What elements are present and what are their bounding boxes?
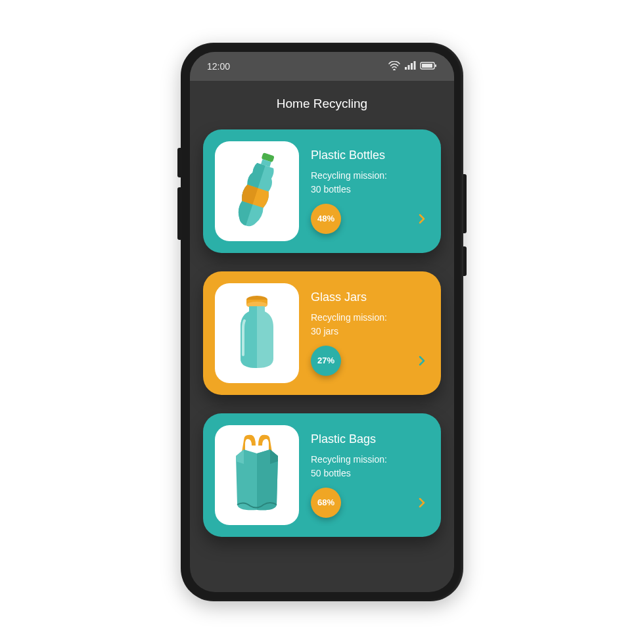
card-subtitle: Recycling mission: 30 jars bbox=[311, 311, 428, 338]
card-footer: 68% bbox=[311, 488, 428, 518]
bottle-icon bbox=[215, 141, 299, 241]
card-list: Plastic Bottles Recycling mission: 30 bo… bbox=[190, 129, 454, 537]
card-title: Plastic Bags bbox=[311, 432, 428, 446]
card-title: Plastic Bottles bbox=[311, 149, 428, 162]
card-footer: 27% bbox=[311, 346, 428, 376]
card-body: Plastic Bottles Recycling mission: 30 bo… bbox=[311, 149, 428, 234]
card-footer: 48% bbox=[311, 204, 428, 234]
svg-rect-5 bbox=[435, 64, 436, 67]
bag-icon bbox=[215, 425, 299, 525]
svg-rect-6 bbox=[422, 64, 432, 68]
card-subtitle: Recycling mission: 50 bottles bbox=[311, 453, 428, 480]
card-plastic-bottles[interactable]: Plastic Bottles Recycling mission: 30 bo… bbox=[203, 129, 441, 253]
card-plastic-bags[interactable]: Plastic Bags Recycling mission: 50 bottl… bbox=[203, 413, 441, 537]
card-body: Glass Jars Recycling mission: 30 jars 27… bbox=[311, 290, 428, 376]
svg-rect-3 bbox=[414, 61, 416, 70]
status-icons bbox=[388, 61, 437, 72]
status-bar: 12:00 bbox=[190, 52, 454, 81]
side-button[interactable] bbox=[463, 246, 467, 276]
svg-rect-0 bbox=[405, 67, 407, 70]
battery-icon bbox=[420, 61, 437, 72]
power-button[interactable] bbox=[463, 174, 467, 233]
card-glass-jars[interactable]: Glass Jars Recycling mission: 30 jars 27… bbox=[203, 271, 441, 395]
progress-badge: 27% bbox=[311, 346, 341, 376]
card-subtitle: Recycling mission: 30 bottles bbox=[311, 169, 428, 196]
phone-frame: 12:00 Home Recycling bbox=[181, 43, 463, 601]
wifi-icon bbox=[388, 61, 400, 72]
chevron-right-icon[interactable] bbox=[416, 213, 428, 225]
svg-rect-2 bbox=[411, 63, 413, 70]
signal-icon bbox=[404, 61, 416, 72]
jar-icon bbox=[215, 283, 299, 383]
chevron-right-icon[interactable] bbox=[416, 497, 428, 509]
progress-badge: 48% bbox=[311, 204, 341, 234]
progress-badge: 68% bbox=[311, 488, 341, 518]
screen: 12:00 Home Recycling bbox=[190, 52, 454, 592]
card-title: Glass Jars bbox=[311, 290, 428, 304]
chevron-right-icon[interactable] bbox=[416, 355, 428, 367]
page-title: Home Recycling bbox=[190, 81, 454, 129]
status-time: 12:00 bbox=[207, 61, 230, 72]
svg-rect-1 bbox=[408, 65, 410, 70]
card-body: Plastic Bags Recycling mission: 50 bottl… bbox=[311, 432, 428, 518]
